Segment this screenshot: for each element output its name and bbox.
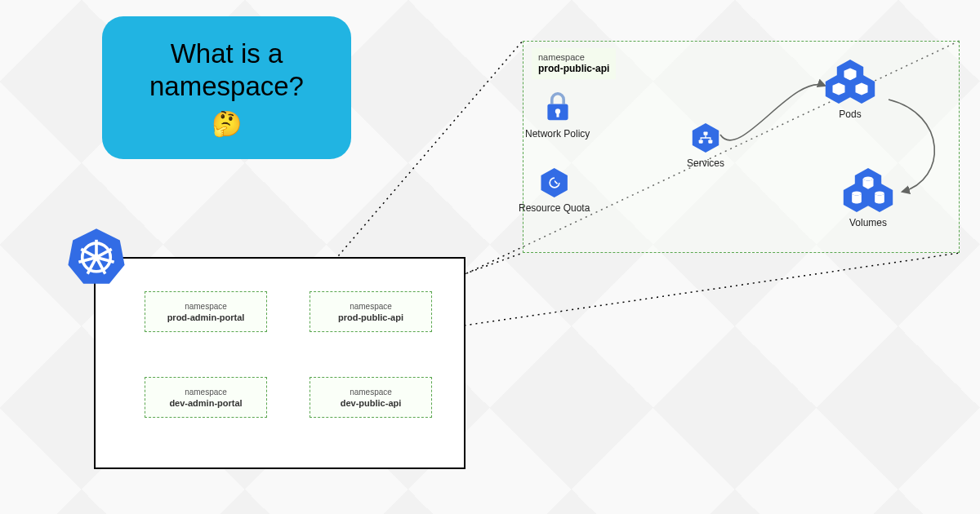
namespace-name: prod-public-api <box>338 312 403 322</box>
title-card: What is a namespace? 🤔 <box>102 16 351 159</box>
namespace-label: namespace <box>538 51 609 63</box>
pods-icon <box>824 60 876 104</box>
namespace-label: namespace <box>350 302 392 311</box>
namespace-dev-admin-portal: namespace dev-admin-portal <box>145 377 267 418</box>
svg-line-22 <box>430 253 960 330</box>
title-line2: namespace? <box>149 71 304 101</box>
title-text: What is a namespace? <box>149 38 304 102</box>
namespace-name: prod-admin-portal <box>167 312 245 322</box>
namespace-name: dev-admin-portal <box>169 398 242 408</box>
thinking-emoji: 🤔 <box>212 109 242 138</box>
resource-quota: Resource Quota <box>519 168 590 214</box>
kubernetes-cluster-box: namespace prod-admin-portal namespace pr… <box>94 257 466 469</box>
lock-icon <box>543 91 572 123</box>
resource-label: Services <box>687 157 724 169</box>
namespace-detail-title: namespace prod-public-api <box>532 48 616 79</box>
resource-pods: Pods <box>824 60 876 120</box>
namespace-prod-public-api: namespace prod-public-api <box>310 291 432 332</box>
resource-volumes: Volumes <box>842 168 894 228</box>
namespace-label: namespace <box>350 388 392 397</box>
namespace-prod-admin-portal: namespace prod-admin-portal <box>145 291 267 332</box>
resource-label: Volumes <box>849 217 887 228</box>
namespace-label: namespace <box>185 302 227 311</box>
svg-rect-14 <box>699 140 703 144</box>
svg-point-18 <box>875 192 884 196</box>
namespace-dev-public-api: namespace dev-public-api <box>310 377 432 418</box>
namespace-name: prod-public-api <box>538 63 609 76</box>
resource-label: Resource Quota <box>519 202 590 214</box>
resource-label: Network Policy <box>525 128 590 140</box>
svg-point-17 <box>852 192 862 196</box>
resource-services: Services <box>687 123 724 169</box>
resource-network-policy: Network Policy <box>525 91 590 140</box>
gauge-icon <box>540 168 569 197</box>
resource-label: Pods <box>839 109 861 120</box>
svg-rect-13 <box>704 132 708 135</box>
services-icon <box>691 123 720 153</box>
svg-point-16 <box>863 177 873 181</box>
title-line1: What is a <box>171 38 283 69</box>
namespace-name: dev-public-api <box>341 398 402 408</box>
svg-rect-15 <box>708 140 712 144</box>
svg-rect-12 <box>556 112 559 117</box>
namespace-label: namespace <box>185 388 227 397</box>
namespace-detail-box: namespace prod-public-api Network Policy… <box>523 41 960 253</box>
volumes-icon <box>842 168 894 212</box>
kubernetes-logo-icon <box>67 227 126 286</box>
